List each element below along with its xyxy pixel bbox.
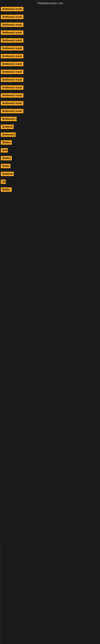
result-row: Bottleneck result (0, 53, 100, 60)
bottleneck-badge[interactable]: Bottlenec (1, 172, 14, 176)
result-row: Bottlenec (0, 123, 100, 131)
bottleneck-badge[interactable]: Bottleneck re (1, 117, 17, 121)
results-list: Bottleneck resultBottleneck resultBottle… (0, 6, 100, 194)
result-row: Bottleneck result (0, 29, 100, 37)
result-row: Bottleneck r (0, 131, 100, 139)
result-row: Bottleneck re (0, 116, 100, 123)
site-title: TheBottlenecker.com (0, 0, 100, 6)
bottleneck-badge[interactable]: Bottleneck result (1, 85, 23, 90)
bottleneck-badge[interactable]: Bottleneck result (1, 101, 23, 106)
result-row: Bottleneck result (0, 14, 100, 21)
bottleneck-badge[interactable]: Bottleneck result (1, 109, 23, 113)
result-row: Bott (0, 147, 100, 155)
result-row: Bottleneck result (0, 60, 100, 68)
bottleneck-badge[interactable]: Bottleneck result (1, 38, 23, 43)
bottleneck-badge[interactable]: Bottleneck result (1, 93, 23, 98)
result-row: Bottleneck result (0, 92, 100, 100)
bottleneck-badge[interactable]: Bottleneck result (1, 22, 23, 27)
bottleneck-badge[interactable]: Bottleneck result (1, 30, 23, 35)
result-row: Bottleneck result (0, 21, 100, 29)
result-row: Bottleneck result (0, 45, 100, 53)
result-row: Bottleneck result (0, 76, 100, 84)
result-row: Bottleneck result (0, 108, 100, 116)
bottleneck-badge[interactable]: Bottleneck result (1, 78, 23, 82)
bottleneck-badge[interactable]: Bott (1, 148, 8, 152)
result-row: Bottle (0, 162, 100, 170)
bottleneck-badge[interactable]: Bottlenec (1, 124, 14, 129)
result-row: Bottleneck result (0, 6, 100, 14)
result-row: Bottlenec (0, 170, 100, 178)
bottleneck-badge[interactable]: Bottlen (1, 156, 12, 160)
result-row: Bottler (0, 186, 100, 194)
bottleneck-badge[interactable]: Bottleneck result (1, 7, 23, 11)
bottleneck-badge[interactable]: Bottleneck result (1, 46, 23, 50)
bottleneck-badge[interactable]: Bottleneck result (1, 70, 23, 74)
result-row: Bottlen (0, 155, 100, 162)
bottleneck-badge[interactable]: Bottleneck result (1, 54, 23, 58)
bottleneck-badge[interactable]: Bo (1, 180, 6, 184)
result-row: Bottleneck result (0, 37, 100, 45)
result-row: Bottleneck result (0, 100, 100, 108)
result-row: Bottleneck result (0, 68, 100, 76)
vertical-line (1, 544, 1, 644)
bottleneck-badge[interactable]: Bottle (1, 164, 10, 168)
result-row: Bo (0, 178, 100, 186)
bottleneck-badge[interactable]: Bottleneck result (1, 62, 23, 66)
bottleneck-badge[interactable]: Bottleneck r (1, 132, 16, 137)
bottleneck-badge[interactable]: Bottleneck result (1, 15, 23, 19)
bottleneck-badge[interactable]: Bottler (1, 187, 12, 192)
result-row: Bottleneck result (0, 84, 100, 92)
bottleneck-badge[interactable]: Bottlen (1, 140, 12, 145)
result-row: Bottlen (0, 139, 100, 147)
